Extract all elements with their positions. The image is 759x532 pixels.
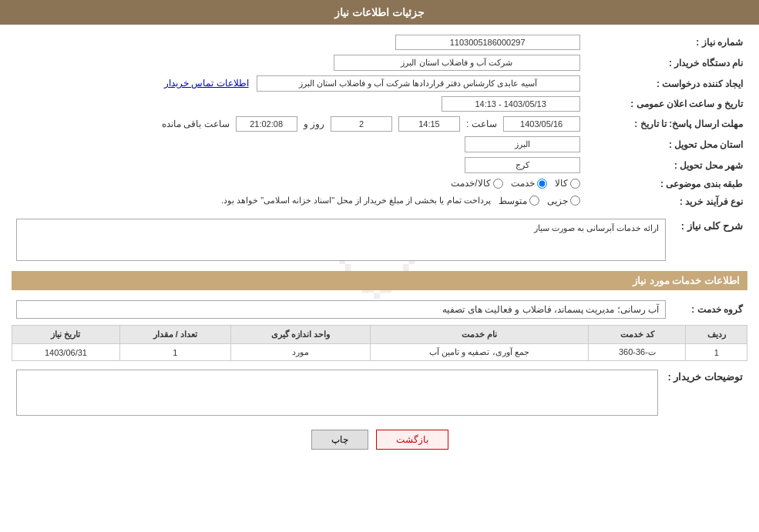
- mohlat-label: مهلت ارسال پاسخ: تا تاریخ :: [585, 114, 747, 134]
- gorooh-value-cell: آب رسانی؛ مدیریت پسماند، فاضلاب و فعالیت…: [12, 298, 670, 321]
- tabaqe-row: طبقه بندی موضوعی : کالا خدمت: [12, 176, 747, 193]
- main-info-table: شماره نیاز : 1103005186000297 نام دستگاه…: [12, 32, 747, 210]
- nooe-jozii-radio[interactable]: [570, 196, 580, 206]
- chap-button[interactable]: چاپ: [311, 430, 368, 450]
- nooe-note: پرداخت تمام یا بخشی از مبلغ خریدار از مح…: [221, 196, 491, 206]
- shahr-value: کرج: [12, 155, 585, 176]
- shomara-input: 1103005186000297: [395, 35, 580, 50]
- tozihat-box: [16, 370, 658, 416]
- col-radif: ردیف: [686, 326, 747, 344]
- sharh-box: ارائه خدمات آبرسانی به صورت سیار: [16, 219, 666, 261]
- tabaqe-kala-radio[interactable]: [570, 179, 580, 189]
- nooe-motovaset-radio[interactable]: [529, 196, 539, 206]
- mohlat-saat-box: 14:15: [398, 116, 460, 132]
- shomara-value: 1103005186000297: [12, 32, 585, 52]
- sharh-label-cell: شرح کلی نیاز :: [670, 216, 747, 263]
- table-body: 1 ت-36-360 جمع آوری، تصفیه و تامین آب مو…: [12, 344, 747, 361]
- roz-label: روز و: [304, 119, 324, 129]
- tabaqe-label: طبقه بندی موضوعی :: [585, 176, 747, 193]
- nooe-radio-group: جزیی متوسط پرداخت تمام یا بخشی از مبلغ خ…: [221, 196, 580, 206]
- tarikh-label: تاریخ و ساعت اعلان عمومی :: [585, 94, 747, 114]
- cell-vahed: مورد: [230, 344, 370, 361]
- tozihat-value-cell: [12, 367, 663, 418]
- tabaqe-kala-khadamat-label: کالا/خدمت: [451, 178, 490, 189]
- table-header-row: ردیف کد خدمت نام خدمت واحد اندازه گیری ت…: [12, 326, 747, 344]
- cell-tedad: 1: [119, 344, 230, 361]
- dastgah-row: نام دستگاه خریدار : شرکت آب و فاضلاب است…: [12, 52, 747, 73]
- button-bar: بازگشت چاپ: [12, 418, 747, 461]
- services-data-table: ردیف کد خدمت نام خدمت واحد اندازه گیری ت…: [12, 325, 747, 361]
- gorooh-text-box: آب رسانی؛ مدیریت پسماند، فاضلاب و فعالیت…: [16, 300, 666, 319]
- ostan-value: البرز: [12, 134, 585, 155]
- page-header: جزئیات اطلاعات نیاز: [0, 0, 759, 25]
- page-title: جزئیات اطلاعات نیاز: [334, 6, 425, 18]
- service-table: گروه خدمت : آب رسانی؛ مدیریت پسماند، فاض…: [12, 298, 747, 321]
- tarikh-row: تاریخ و ساعت اعلان عمومی : 1403/05/13 - …: [12, 94, 747, 114]
- ijad-value: آسیه عابدی کارشناس دفتر قراردادها شرکت آ…: [12, 73, 585, 94]
- nooe-label: نوع فرآیند خرید :: [585, 193, 747, 211]
- gorooh-row: گروه خدمت : آب رسانی؛ مدیریت پسماند، فاض…: [12, 298, 747, 321]
- mohlat-row: مهلت ارسال پاسخ: تا تاریخ : 1403/05/16 س…: [12, 114, 747, 134]
- tabaqe-kala-item: کالا: [555, 178, 580, 189]
- nooe-motovaset-label: متوسط: [499, 196, 527, 206]
- service-section-header: اطلاعات خدمات مورد نیاز: [12, 271, 747, 290]
- col-tedad: تعداد / مقدار: [119, 326, 230, 344]
- mohlat-mande-box: 21:02:08: [236, 116, 297, 132]
- tarikh-input: 1403/05/13 - 14:13: [442, 96, 580, 112]
- nooe-jozii-label: جزیی: [547, 196, 568, 206]
- tabaqe-kala-khadamat-radio[interactable]: [493, 179, 503, 189]
- shahr-input: کرج: [465, 157, 580, 173]
- mohlat-value: 1403/05/16 ساعت : 14:15 2 روز و 21: [12, 114, 585, 134]
- shahr-row: شهر محل تحویل : کرج: [12, 155, 747, 176]
- dastgah-label: نام دستگاه خریدار :: [585, 52, 747, 73]
- ostan-row: استان محل تحویل : البرز: [12, 134, 747, 155]
- tarikh-value: 1403/05/13 - 14:13: [12, 94, 585, 114]
- page-wrapper: 🛡 جزئیات اطلاعات نیاز شماره نیاز : 11030…: [0, 0, 759, 532]
- ijad-row: ایجاد کننده درخواست : آسیه عابدی کارشناس…: [12, 73, 747, 94]
- time-row: 1403/05/16 ساعت : 14:15 2 روز و 21: [16, 116, 580, 132]
- col-kod: کد خدمت: [589, 326, 686, 344]
- ostan-label: استان محل تحویل :: [585, 134, 747, 155]
- content-area: شماره نیاز : 1103005186000297 نام دستگاه…: [0, 25, 759, 469]
- ijad-input: آسیه عابدی کارشناس دفتر قراردادها شرکت آ…: [257, 75, 580, 92]
- cell-radif: 1: [686, 344, 747, 361]
- tozihat-table: توضیحات خریدار :: [12, 367, 747, 418]
- tozihat-label: توضیحات خریدار :: [667, 371, 743, 383]
- col-vahed: واحد اندازه گیری: [230, 326, 370, 344]
- sharh-text: ارائه خدمات آبرسانی به صورت سیار: [534, 223, 659, 233]
- tabaqe-value: کالا خدمت کالا/خدمت: [12, 176, 585, 193]
- ostan-input: البرز: [465, 136, 580, 152]
- shomara-row: شماره نیاز : 1103005186000297: [12, 32, 747, 52]
- nooe-jozii-item: جزیی: [547, 196, 580, 206]
- mande-label: ساعت باقی مانده: [162, 119, 230, 129]
- bazgasht-button[interactable]: بازگشت: [376, 430, 448, 450]
- tozihat-row: توضیحات خریدار :: [12, 367, 747, 418]
- sharh-value-cell: ارائه خدمات آبرسانی به صورت سیار: [12, 216, 670, 263]
- ijad-label: ایجاد کننده درخواست :: [585, 73, 747, 94]
- service-section-title: اطلاعات خدمات مورد نیاز: [633, 275, 740, 286]
- tabaqe-khadamat-radio[interactable]: [537, 179, 547, 189]
- dastgah-value: شرکت آب و فاضلاب استان البرز: [12, 52, 585, 73]
- saat-label: ساعت :: [466, 119, 497, 129]
- cell-kod: ت-36-360: [589, 344, 686, 361]
- tabaqe-khadamat-item: خدمت: [511, 178, 547, 189]
- tabaqe-khadamat-label: خدمت: [511, 178, 535, 189]
- table-header: ردیف کد خدمت نام خدمت واحد اندازه گیری ت…: [12, 326, 747, 344]
- tozihat-label-cell: توضیحات خریدار :: [663, 367, 747, 418]
- shomara-label: شماره نیاز :: [585, 32, 747, 52]
- mohlat-roz-box: 2: [331, 116, 392, 132]
- nooe-row: نوع فرآیند خرید : جزیی متوسط پرداخت: [12, 193, 747, 211]
- gorooh-label: گروه خدمت :: [670, 298, 747, 321]
- tabaqe-kala-label: کالا: [555, 178, 568, 189]
- nooe-value: جزیی متوسط پرداخت تمام یا بخشی از مبلغ خ…: [12, 193, 585, 211]
- tabaqe-kala-khadamat-item: کالا/خدمت: [451, 178, 502, 189]
- tammas-link[interactable]: اطلاعات تماس خریدار: [164, 78, 249, 89]
- col-tarikh: تاریخ نیاز: [12, 326, 120, 344]
- nooe-motovaset-item: متوسط: [499, 196, 539, 206]
- sharh-table: شرح کلی نیاز : ارائه خدمات آبرسانی به صو…: [12, 216, 747, 263]
- sharh-label: شرح کلی نیاز :: [681, 220, 743, 232]
- gorooh-text: آب رسانی؛ مدیریت پسماند، فاضلاب و فعالیت…: [442, 304, 659, 315]
- dastgah-input: شرکت آب و فاضلاب استان البرز: [334, 55, 580, 71]
- shahr-label: شهر محل تحویل :: [585, 155, 747, 176]
- cell-nam: جمع آوری، تصفیه و تامین آب: [370, 344, 589, 361]
